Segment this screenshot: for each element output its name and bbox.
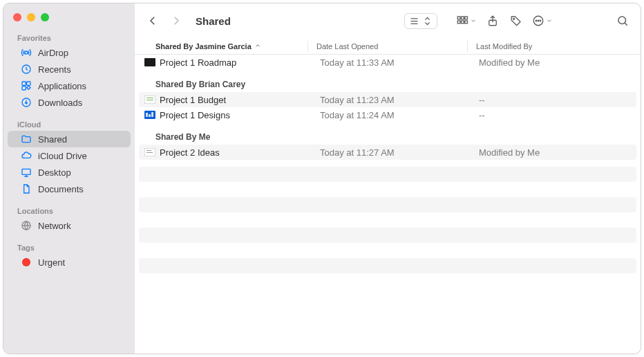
group-header: Shared By Me xyxy=(135,122,641,145)
svg-rect-26 xyxy=(146,113,148,117)
sidebar: Favorites AirDrop Recents Applications D… xyxy=(3,3,135,354)
svg-rect-3 xyxy=(27,82,30,85)
file-row[interactable]: Project 2 Ideas Today at 11:27 AM Modifi… xyxy=(139,145,636,160)
file-date: Today at 11:24 AM xyxy=(312,110,471,120)
sidebar-item-label: iCloud Drive xyxy=(38,151,87,161)
group-by-button[interactable] xyxy=(454,11,479,30)
empty-row xyxy=(139,197,636,212)
tag-red-icon xyxy=(20,256,32,268)
svg-point-19 xyxy=(540,20,541,21)
file-row[interactable]: Project 1 Budget Today at 11:23 AM -- xyxy=(139,92,636,107)
empty-row xyxy=(139,258,636,273)
svg-point-0 xyxy=(25,51,28,54)
view-mode-selector[interactable] xyxy=(404,13,437,29)
sidebar-section-tags: Tags xyxy=(3,241,135,254)
sidebar-item-network[interactable]: Network xyxy=(8,217,131,234)
svg-rect-12 xyxy=(462,21,464,24)
toolbar: Shared xyxy=(135,3,641,38)
sidebar-item-shared[interactable]: Shared xyxy=(8,131,131,147)
close-window-button[interactable] xyxy=(13,13,21,21)
file-row[interactable]: Project 1 Roadmap Today at 11:33 AM Modi… xyxy=(139,55,636,70)
airdrop-icon xyxy=(20,46,32,59)
sidebar-item-label: Network xyxy=(38,221,71,231)
sidebar-item-label: Urgent xyxy=(38,257,65,268)
file-date: Today at 11:23 AM xyxy=(312,95,471,105)
downloads-icon xyxy=(20,96,32,109)
file-list: Project 1 Roadmap Today at 11:33 AM Modi… xyxy=(135,55,641,354)
sidebar-item-label: AirDrop xyxy=(38,48,68,58)
sidebar-item-applications[interactable]: Applications xyxy=(8,77,131,94)
svg-rect-21 xyxy=(144,58,155,66)
network-icon xyxy=(20,219,32,232)
svg-point-20 xyxy=(618,17,626,24)
file-icon xyxy=(139,148,160,156)
column-headers: Shared By Jasmine Garcia Date Last Opene… xyxy=(135,38,641,55)
svg-point-17 xyxy=(536,20,537,21)
window-title: Shared xyxy=(196,15,231,27)
sidebar-section-locations: Locations xyxy=(3,204,135,217)
file-icon xyxy=(139,58,160,66)
window-controls xyxy=(3,9,135,31)
group-header: Shared By Brian Carey xyxy=(135,70,641,92)
column-header-date[interactable]: Date Last Opened xyxy=(308,42,467,51)
sidebar-item-downloads[interactable]: Downloads xyxy=(8,94,131,111)
sidebar-item-label: Documents xyxy=(38,184,84,194)
file-name: Project 2 Ideas xyxy=(160,147,312,158)
svg-rect-27 xyxy=(149,114,151,117)
file-modified-by: -- xyxy=(471,110,636,120)
main-panel: Shared Shared By Jasmine Ga xyxy=(135,3,641,354)
sidebar-item-label: Desktop xyxy=(38,167,71,178)
sidebar-section-favorites: Favorites xyxy=(3,31,135,44)
minimize-window-button[interactable] xyxy=(27,13,35,21)
empty-row xyxy=(139,212,636,228)
empty-row xyxy=(139,167,636,182)
svg-rect-31 xyxy=(146,152,153,153)
forward-button[interactable] xyxy=(167,11,186,30)
file-date: Today at 11:33 AM xyxy=(312,57,471,68)
sidebar-item-label: Shared xyxy=(38,134,67,145)
desktop-icon xyxy=(20,166,32,178)
clock-icon xyxy=(20,63,32,75)
sidebar-item-documents[interactable]: Documents xyxy=(8,181,131,197)
tags-button[interactable] xyxy=(506,11,526,30)
actions-button[interactable] xyxy=(530,11,555,30)
svg-rect-9 xyxy=(462,17,464,19)
zoom-window-button[interactable] xyxy=(41,13,49,21)
cloud-icon xyxy=(20,149,32,162)
svg-rect-24 xyxy=(146,100,153,100)
sidebar-item-icloud-drive[interactable]: iCloud Drive xyxy=(8,147,131,164)
back-button[interactable] xyxy=(143,11,162,30)
sidebar-item-recents[interactable]: Recents xyxy=(8,61,131,77)
sidebar-item-tag-urgent[interactable]: Urgent xyxy=(8,254,131,271)
file-modified-by: -- xyxy=(471,95,636,105)
column-header-name[interactable]: Shared By Jasmine Garcia xyxy=(135,42,307,51)
svg-rect-30 xyxy=(146,150,151,151)
sidebar-item-label: Applications xyxy=(38,81,86,91)
svg-rect-8 xyxy=(457,17,460,19)
svg-rect-11 xyxy=(457,21,460,24)
sidebar-item-label: Downloads xyxy=(38,98,82,108)
file-icon xyxy=(139,111,160,119)
sidebar-section-icloud: iCloud xyxy=(3,118,135,131)
applications-icon xyxy=(20,80,32,92)
share-button[interactable] xyxy=(483,11,502,30)
file-date: Today at 11:27 AM xyxy=(312,147,471,158)
svg-rect-13 xyxy=(465,21,468,24)
file-name: Project 1 Budget xyxy=(160,95,312,105)
svg-point-15 xyxy=(513,18,515,19)
svg-rect-6 xyxy=(22,169,30,174)
svg-point-18 xyxy=(538,20,539,21)
shared-folder-icon xyxy=(20,133,32,145)
svg-rect-4 xyxy=(22,86,26,90)
sidebar-item-desktop[interactable]: Desktop xyxy=(8,164,131,181)
svg-rect-10 xyxy=(465,17,468,19)
search-button[interactable] xyxy=(613,11,632,30)
file-row[interactable]: Project 1 Designs Today at 11:24 AM -- xyxy=(139,107,636,122)
svg-rect-23 xyxy=(146,98,153,98)
document-icon xyxy=(20,183,32,195)
finder-window: Favorites AirDrop Recents Applications D… xyxy=(3,3,641,354)
sidebar-item-label: Recents xyxy=(38,64,71,75)
column-header-modified[interactable]: Last Modified By xyxy=(468,42,641,51)
empty-row xyxy=(139,243,636,258)
sidebar-item-airdrop[interactable]: AirDrop xyxy=(8,44,131,61)
